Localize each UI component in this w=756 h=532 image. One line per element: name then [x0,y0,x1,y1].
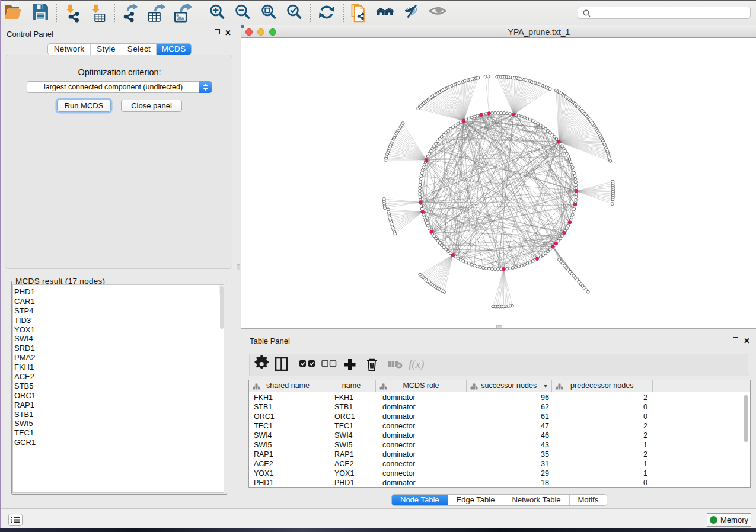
svg-text:f(x): f(x) [409,358,424,371]
